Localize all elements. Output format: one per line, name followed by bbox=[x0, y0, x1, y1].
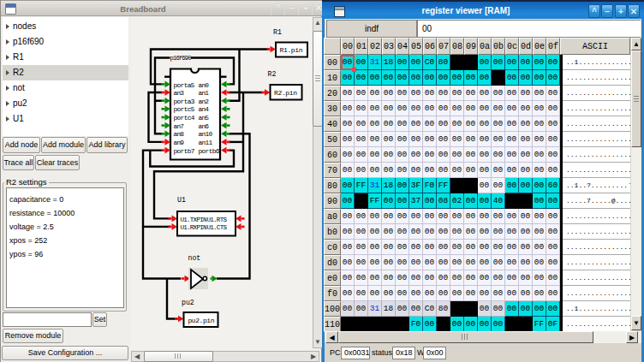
svg-text:not: not bbox=[188, 254, 201, 262]
svg-text:an1: an1 bbox=[199, 90, 210, 97]
svg-text:R2: R2 bbox=[268, 70, 277, 78]
svg-text:an7: an7 bbox=[174, 123, 185, 130]
svg-text:U1.CTS: U1.CTS bbox=[207, 224, 228, 231]
svg-text:U1: U1 bbox=[177, 196, 186, 204]
svg-text:an5: an5 bbox=[199, 115, 210, 122]
svg-text:an2: an2 bbox=[199, 98, 210, 105]
svg-text:an8: an8 bbox=[174, 131, 185, 138]
svg-text:porta3: porta3 bbox=[174, 98, 195, 105]
svg-text:p16f690: p16f690 bbox=[170, 55, 192, 62]
svg-text:portc5: portc5 bbox=[174, 106, 195, 113]
svg-text:an4: an4 bbox=[199, 106, 210, 113]
svg-text:pu2: pu2 bbox=[182, 299, 194, 306]
svg-text:portb6: portb6 bbox=[199, 148, 220, 155]
svg-text:portc4: portc4 bbox=[174, 115, 195, 122]
svg-text:R1: R1 bbox=[273, 28, 282, 36]
svg-text:porta5: porta5 bbox=[174, 82, 195, 89]
svg-text:U1.RTS: U1.RTS bbox=[207, 217, 228, 223]
svg-text:pu2.pin: pu2.pin bbox=[188, 317, 215, 324]
svg-text:R1.pin: R1.pin bbox=[280, 46, 303, 54]
svg-text:U1.TXPIN: U1.TXPIN bbox=[181, 217, 207, 223]
svg-text:portb7: portb7 bbox=[174, 148, 195, 155]
svg-text:U1.RXPIN: U1.RXPIN bbox=[181, 224, 207, 231]
svg-text:an9: an9 bbox=[174, 139, 185, 146]
svg-text:R2.pin: R2.pin bbox=[274, 89, 297, 97]
svg-text:an3: an3 bbox=[174, 90, 185, 97]
svg-text:an0: an0 bbox=[199, 82, 210, 89]
svg-text:an6: an6 bbox=[199, 123, 210, 130]
svg-text:an11: an11 bbox=[199, 139, 213, 146]
svg-text:an10: an10 bbox=[199, 131, 213, 138]
